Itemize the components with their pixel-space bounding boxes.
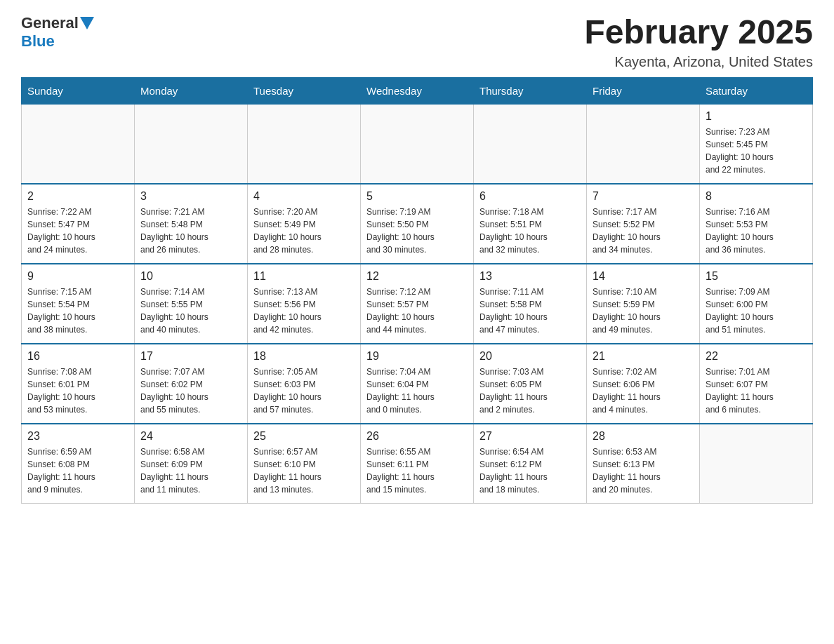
calendar-cell: 25Sunrise: 6:57 AMSunset: 6:10 PMDayligh… [248,424,361,504]
day-number: 19 [366,350,468,363]
calendar-cell: 6Sunrise: 7:18 AMSunset: 5:51 PMDaylight… [474,184,587,264]
day-info: Sunrise: 7:18 AMSunset: 5:51 PMDaylight:… [479,206,581,256]
day-number: 8 [706,190,807,203]
calendar-cell: 7Sunrise: 7:17 AMSunset: 5:52 PMDaylight… [587,184,700,264]
location-label: Kayenta, Arizona, United States [584,54,813,70]
day-number: 1 [706,110,807,123]
calendar-table: SundayMondayTuesdayWednesdayThursdayFrid… [21,77,813,504]
calendar-cell: 14Sunrise: 7:10 AMSunset: 5:59 PMDayligh… [587,264,700,344]
calendar-cell: 24Sunrise: 6:58 AMSunset: 6:09 PMDayligh… [135,424,248,504]
day-info: Sunrise: 7:22 AMSunset: 5:47 PMDaylight:… [27,206,128,256]
day-number: 17 [140,350,241,363]
day-number: 7 [593,190,694,203]
day-info: Sunrise: 6:54 AMSunset: 6:12 PMDaylight:… [479,445,581,496]
day-info: Sunrise: 7:17 AMSunset: 5:52 PMDaylight:… [593,206,694,256]
day-number: 2 [27,190,128,203]
calendar-cell: 20Sunrise: 7:03 AMSunset: 6:05 PMDayligh… [474,344,587,424]
day-number: 6 [479,190,581,203]
calendar-cell [135,104,248,184]
calendar-cell [474,104,587,184]
day-number: 28 [593,430,694,443]
day-info: Sunrise: 7:09 AMSunset: 6:00 PMDaylight:… [706,286,807,336]
day-number: 26 [366,430,468,443]
day-info: Sunrise: 7:05 AMSunset: 6:03 PMDaylight:… [253,365,355,416]
day-info: Sunrise: 6:53 AMSunset: 6:13 PMDaylight:… [593,445,694,496]
calendar-cell: 9Sunrise: 7:15 AMSunset: 5:54 PMDaylight… [22,264,135,344]
calendar-cell: 13Sunrise: 7:11 AMSunset: 5:58 PMDayligh… [474,264,587,344]
day-info: Sunrise: 7:07 AMSunset: 6:02 PMDaylight:… [140,365,241,416]
day-number: 24 [140,430,241,443]
calendar-cell: 26Sunrise: 6:55 AMSunset: 6:11 PMDayligh… [361,424,474,504]
day-number: 16 [27,350,128,363]
weekday-header-monday: Monday [135,77,248,104]
day-info: Sunrise: 7:12 AMSunset: 5:57 PMDaylight:… [366,286,468,336]
day-number: 11 [253,270,355,283]
calendar-cell: 22Sunrise: 7:01 AMSunset: 6:07 PMDayligh… [700,344,813,424]
weekday-header-wednesday: Wednesday [361,77,474,104]
day-info: Sunrise: 7:19 AMSunset: 5:50 PMDaylight:… [366,206,468,256]
day-info: Sunrise: 7:13 AMSunset: 5:56 PMDaylight:… [253,286,355,336]
calendar-cell [700,424,813,504]
day-info: Sunrise: 7:08 AMSunset: 6:01 PMDaylight:… [27,365,128,416]
day-number: 18 [253,350,355,363]
day-number: 22 [706,350,807,363]
calendar-cell: 12Sunrise: 7:12 AMSunset: 5:57 PMDayligh… [361,264,474,344]
page-header: General Blue February 2025 Kayenta, Ariz… [21,14,813,70]
calendar-cell: 28Sunrise: 6:53 AMSunset: 6:13 PMDayligh… [587,424,700,504]
logo-blue-text: Blue [21,32,55,51]
day-info: Sunrise: 7:16 AMSunset: 5:53 PMDaylight:… [706,206,807,256]
calendar-cell [248,104,361,184]
calendar-cell: 19Sunrise: 7:04 AMSunset: 6:04 PMDayligh… [361,344,474,424]
day-info: Sunrise: 7:04 AMSunset: 6:04 PMDaylight:… [366,365,468,416]
calendar-header-row: SundayMondayTuesdayWednesdayThursdayFrid… [22,77,813,104]
weekday-header-tuesday: Tuesday [248,77,361,104]
calendar-week-row: 23Sunrise: 6:59 AMSunset: 6:08 PMDayligh… [22,424,813,504]
calendar-cell: 27Sunrise: 6:54 AMSunset: 6:12 PMDayligh… [474,424,587,504]
day-info: Sunrise: 7:11 AMSunset: 5:58 PMDaylight:… [479,286,581,336]
day-info: Sunrise: 7:10 AMSunset: 5:59 PMDaylight:… [593,286,694,336]
day-number: 9 [27,270,128,283]
weekday-header-sunday: Sunday [22,77,135,104]
day-info: Sunrise: 6:59 AMSunset: 6:08 PMDaylight:… [27,445,128,496]
day-number: 23 [27,430,128,443]
day-number: 10 [140,270,241,283]
calendar-cell: 21Sunrise: 7:02 AMSunset: 6:06 PMDayligh… [587,344,700,424]
day-number: 13 [479,270,581,283]
day-info: Sunrise: 7:21 AMSunset: 5:48 PMDaylight:… [140,206,241,256]
day-number: 25 [253,430,355,443]
day-info: Sunrise: 7:20 AMSunset: 5:49 PMDaylight:… [253,206,355,256]
logo-triangle-icon [80,17,94,29]
calendar-cell: 5Sunrise: 7:19 AMSunset: 5:50 PMDaylight… [361,184,474,264]
calendar-cell [587,104,700,184]
weekday-header-thursday: Thursday [474,77,587,104]
day-number: 20 [479,350,581,363]
calendar-cell: 11Sunrise: 7:13 AMSunset: 5:56 PMDayligh… [248,264,361,344]
day-info: Sunrise: 7:02 AMSunset: 6:06 PMDaylight:… [593,365,694,416]
calendar-cell: 17Sunrise: 7:07 AMSunset: 6:02 PMDayligh… [135,344,248,424]
day-info: Sunrise: 6:58 AMSunset: 6:09 PMDaylight:… [140,445,241,496]
calendar-cell: 2Sunrise: 7:22 AMSunset: 5:47 PMDaylight… [22,184,135,264]
day-info: Sunrise: 7:14 AMSunset: 5:55 PMDaylight:… [140,286,241,336]
logo-general-text: General [21,14,79,32]
calendar-cell: 8Sunrise: 7:16 AMSunset: 5:53 PMDaylight… [700,184,813,264]
calendar-cell: 1Sunrise: 7:23 AMSunset: 5:45 PMDaylight… [700,104,813,184]
weekday-header-saturday: Saturday [700,77,813,104]
day-info: Sunrise: 7:01 AMSunset: 6:07 PMDaylight:… [706,365,807,416]
day-number: 21 [593,350,694,363]
calendar-cell: 23Sunrise: 6:59 AMSunset: 6:08 PMDayligh… [22,424,135,504]
calendar-cell [361,104,474,184]
title-section: February 2025 Kayenta, Arizona, United S… [584,14,813,70]
month-title: February 2025 [584,14,813,51]
day-info: Sunrise: 7:15 AMSunset: 5:54 PMDaylight:… [27,286,128,336]
logo: General Blue [21,14,95,51]
day-info: Sunrise: 6:55 AMSunset: 6:11 PMDaylight:… [366,445,468,496]
calendar-week-row: 2Sunrise: 7:22 AMSunset: 5:47 PMDaylight… [22,184,813,264]
day-number: 5 [366,190,468,203]
calendar-cell: 3Sunrise: 7:21 AMSunset: 5:48 PMDaylight… [135,184,248,264]
day-number: 15 [706,270,807,283]
calendar-cell [22,104,135,184]
calendar-week-row: 1Sunrise: 7:23 AMSunset: 5:45 PMDaylight… [22,104,813,184]
calendar-cell: 15Sunrise: 7:09 AMSunset: 6:00 PMDayligh… [700,264,813,344]
calendar-cell: 4Sunrise: 7:20 AMSunset: 5:49 PMDaylight… [248,184,361,264]
calendar-cell: 10Sunrise: 7:14 AMSunset: 5:55 PMDayligh… [135,264,248,344]
